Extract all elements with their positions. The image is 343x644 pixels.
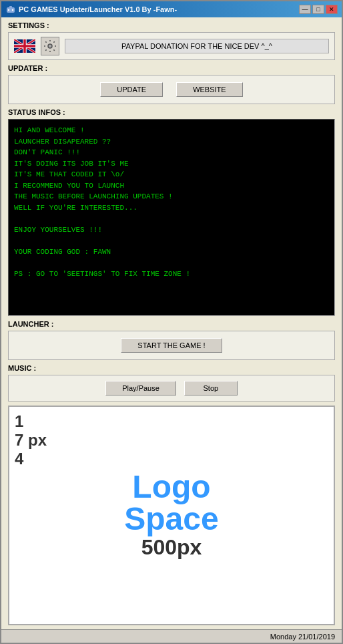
svg-point-5 — [48, 44, 52, 48]
play-pause-button[interactable]: Play/Pause — [105, 381, 176, 395]
main-window: PC GAMES Updater/Launcher V1.0 By -Fawn-… — [0, 0, 343, 644]
start-game-button[interactable]: START THE GAME ! — [121, 338, 222, 353]
update-button[interactable]: UPDATE — [100, 82, 163, 97]
settings-section: SETTINGS : — [8, 21, 335, 60]
logo-size-text: 500px — [141, 535, 202, 560]
maximize-button[interactable]: □ — [312, 5, 324, 14]
status-terminal[interactable]: HI AND WELCOME !LAUNCHER DISAPEARED ??DO… — [8, 119, 335, 316]
music-section: MUSIC : Play/Pause Stop — [8, 364, 335, 401]
logo-text-2: Space — [124, 503, 218, 535]
launcher-label: LAUNCHER : — [8, 320, 335, 328]
launcher-box: START THE GAME ! — [8, 331, 335, 360]
app-icon — [5, 4, 16, 15]
logo-dimension-left: 1 7 px 4 — [15, 412, 47, 468]
settings-label: SETTINGS : — [8, 21, 335, 29]
gear-button[interactable] — [41, 37, 59, 55]
date-label: Monday 21/01/2019 — [270, 633, 335, 641]
music-label: MUSIC : — [8, 364, 335, 372]
paypal-button[interactable]: PAYPAL DONATION FOR THE NICE DEV ^_^ — [65, 39, 329, 53]
status-bar: Monday 21/01/2019 — [1, 629, 342, 643]
gear-icon — [43, 39, 57, 53]
content-area: SETTINGS : — [1, 17, 342, 629]
svg-point-2 — [8, 9, 9, 11]
music-box: Play/Pause Stop — [8, 375, 335, 401]
updater-box: UPDATE WEBSITE — [8, 75, 335, 104]
title-controls: — □ ✕ — [299, 5, 338, 14]
title-bar-left: PC GAMES Updater/Launcher V1.0 By -Fawn- — [5, 4, 177, 15]
website-button[interactable]: WEBSITE — [176, 82, 243, 97]
music-row: Play/Pause Stop — [14, 379, 329, 397]
logo-space: 1 7 px 4 Logo Space 500px — [8, 406, 335, 625]
svg-point-3 — [12, 9, 13, 11]
minimize-button[interactable]: — — [299, 5, 311, 14]
svg-rect-1 — [9, 6, 12, 9]
settings-box: PAYPAL DONATION FOR THE NICE DEV ^_^ — [8, 32, 335, 60]
updater-section: UPDATER : UPDATE WEBSITE — [8, 64, 335, 104]
logo-placeholder: Logo Space 500px — [124, 471, 218, 560]
settings-row: PAYPAL DONATION FOR THE NICE DEV ^_^ — [14, 37, 329, 55]
stop-button[interactable]: Stop — [184, 381, 238, 395]
window-title: PC GAMES Updater/Launcher V1.0 By -Fawn- — [19, 5, 177, 13]
updater-row: UPDATE WEBSITE — [14, 79, 329, 100]
close-button[interactable]: ✕ — [326, 5, 338, 14]
updater-label: UPDATER : — [8, 64, 335, 72]
logo-text-1: Logo — [132, 471, 210, 503]
flag-icon[interactable] — [14, 39, 35, 53]
title-bar: PC GAMES Updater/Launcher V1.0 By -Fawn-… — [1, 1, 342, 17]
launcher-section: LAUNCHER : START THE GAME ! — [8, 320, 335, 360]
status-section: STATUS INFOS : HI AND WELCOME !LAUNCHER … — [8, 108, 335, 316]
status-label: STATUS INFOS : — [8, 108, 335, 116]
launcher-row: START THE GAME ! — [14, 335, 329, 355]
